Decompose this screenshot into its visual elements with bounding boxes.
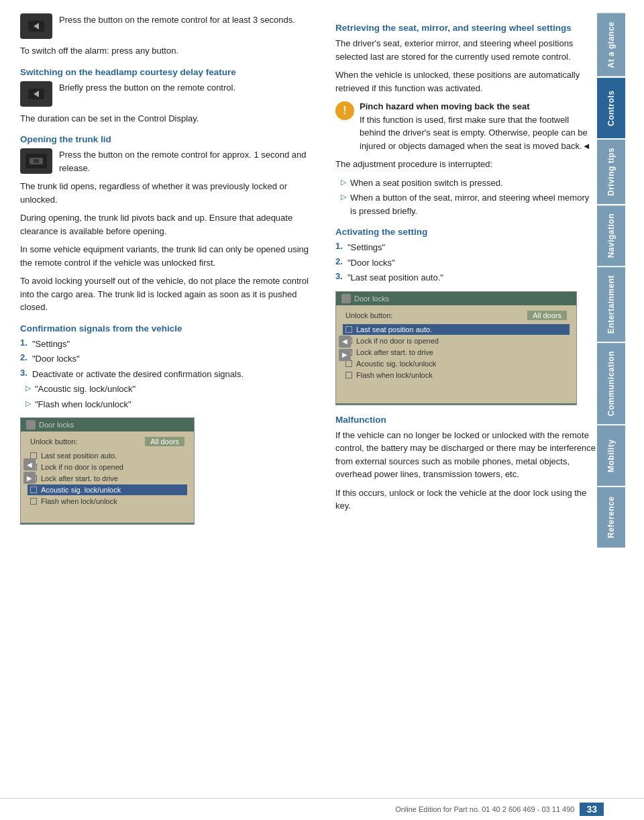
trunk-heading: Opening the trunk lid xyxy=(20,134,315,144)
trunk-para3: In some vehicle equipment variants, the … xyxy=(20,243,315,269)
screen2-row-3: Acoustic sig. lock/unlock xyxy=(343,358,570,369)
screen2-unlock-row: Unlock button: All doors xyxy=(343,309,570,321)
screen2: Door locks Unlock button: All doors Last… xyxy=(335,291,577,405)
intro-icon-box: Press the button on the remote control f… xyxy=(20,13,315,39)
activating-step2: 2. "Door locks" xyxy=(335,256,597,270)
sidebar-tab-controls[interactable]: Controls xyxy=(597,78,625,138)
confirmation-bullet1: ▷ "Acoustic sig. lock/unlock" xyxy=(20,382,315,396)
screen2-header: Door locks xyxy=(336,292,576,305)
trunk-para2: During opening, the trunk lid pivots bac… xyxy=(20,211,315,238)
trunk-para4: To avoid locking yourself out of the veh… xyxy=(20,274,315,314)
warning-icon: ! xyxy=(335,101,354,120)
sidebar-tab-reference[interactable]: Reference xyxy=(597,487,625,548)
screen2-row-4: Flash when lock/unlock xyxy=(343,370,570,380)
page-footer: Online Edition for Part no. 01 40 2 606 … xyxy=(0,798,644,820)
headlamp-body: The duration can be set in the Control D… xyxy=(20,112,315,125)
sidebar-tab-entertainment[interactable]: Entertainment xyxy=(597,267,625,342)
sidebar-tab-navigation[interactable]: Navigation xyxy=(597,205,625,266)
confirmation-step2: 2. "Door locks" xyxy=(20,352,315,366)
screen2-nav: ◀ ▶ xyxy=(339,336,351,361)
headlamp-heading: Switching on the headlamp courtesy delay… xyxy=(20,67,315,77)
sidebar: At a glance Controls Driving tips Naviga… xyxy=(597,13,625,807)
sidebar-tab-communication[interactable]: Communication xyxy=(597,343,625,424)
alarm-text: To switch off the alarm: press any butto… xyxy=(20,44,315,58)
left-column: Press the button on the remote control f… xyxy=(20,13,329,807)
retrieving-para1: The driver's seat, exterior mirror, and … xyxy=(335,37,597,63)
sidebar-tab-mobility[interactable]: Mobility xyxy=(597,425,625,486)
trunk-remote-icon xyxy=(20,148,52,174)
trunk-para1: The trunk lid opens, regardless of wheth… xyxy=(20,180,315,206)
screen1-body: Unlock button: All doors Last seat posit… xyxy=(21,431,194,523)
page-number-box: 33 xyxy=(580,803,604,816)
screen1-row-1: Lock if no door is opened xyxy=(28,462,187,472)
main-content: Press the button on the remote control f… xyxy=(0,0,644,820)
sidebar-tab-at-a-glance[interactable]: At a glance xyxy=(597,13,625,76)
screen1-row-4: Flash when lock/unlock xyxy=(28,496,187,507)
headlamp-icon-box: Briefly press the button on the remote c… xyxy=(20,81,315,107)
retrieving-heading: Retrieving the seat, mirror, and steerin… xyxy=(335,23,597,33)
screen2-row-2: Lock after start. to drive xyxy=(343,347,570,358)
confirmation-heading: Confirmation signals from the vehicle xyxy=(20,323,315,334)
screen1-header-icon xyxy=(26,420,36,429)
malfunction-para1: If the vehicle can no longer be locked o… xyxy=(335,429,597,481)
malfunction-para2: If this occurs, unlock or lock the vehic… xyxy=(335,486,597,513)
screen1-header: Door locks xyxy=(21,418,194,431)
screen2-row-0: Last seat position auto. xyxy=(343,324,570,335)
screen1: Door locks Unlock button: All doors Last… xyxy=(20,417,195,525)
screen2-header-icon xyxy=(341,294,351,303)
warning-text: Pinch hazard when moving back the seat I… xyxy=(360,100,597,152)
trunk-icon-box: Press the button on the remote control f… xyxy=(20,148,315,174)
retrieving-para2: When the vehicle is unlocked, these posi… xyxy=(335,68,597,95)
screen1-row-3: Acoustic sig. lock/unlock xyxy=(28,484,187,495)
activating-step1: 1. "Settings" xyxy=(335,241,597,254)
screen1-row-0: Last seat position auto. xyxy=(28,450,187,461)
confirmation-bullet2: ▷ "Flash when lock/unlock" xyxy=(20,398,315,411)
intro-icon-text: Press the button on the remote control f… xyxy=(59,13,295,27)
remote-button-icon xyxy=(20,13,52,39)
trunk-icon-text: Press the button on the remote control f… xyxy=(59,148,315,174)
adjustment-bullet1: ▷ When a seat position switch is pressed… xyxy=(335,176,597,190)
screen2-body: Unlock button: All doors Last seat posit… xyxy=(336,305,576,403)
confirmation-step1: 1. "Settings" xyxy=(20,338,315,351)
screen2-row-1: Lock if no door is opened xyxy=(343,336,570,346)
svg-rect-6 xyxy=(34,159,39,163)
headlamp-icon-text: Briefly press the button on the remote c… xyxy=(59,81,235,95)
sidebar-tab-driving-tips[interactable]: Driving tips xyxy=(597,140,625,204)
activating-step3: 3. "Last seat position auto." xyxy=(335,271,597,285)
malfunction-heading: Malfunction xyxy=(335,415,597,425)
confirmation-step3: 3. Deactivate or activate the desired co… xyxy=(20,368,315,381)
headlamp-remote-icon xyxy=(20,81,52,107)
adjustment-bullet2: ▷ When a button of the seat, mirror, and… xyxy=(335,191,597,217)
right-column: Retrieving the seat, mirror, and steerin… xyxy=(329,13,597,807)
screen1-unlock-row: Unlock button: All doors xyxy=(28,435,187,448)
adjustment-intro: The adjustment procedure is interrupted: xyxy=(335,158,597,171)
screen1-nav: ◀ ▶ xyxy=(23,458,36,484)
activating-heading: Activating the setting xyxy=(335,227,597,237)
warning-box: ! Pinch hazard when moving back the seat… xyxy=(335,100,597,152)
footer-text: Online Edition for Part no. 01 40 2 606 … xyxy=(395,805,574,813)
screen1-row-2: Lock after start. to drive xyxy=(28,473,187,484)
